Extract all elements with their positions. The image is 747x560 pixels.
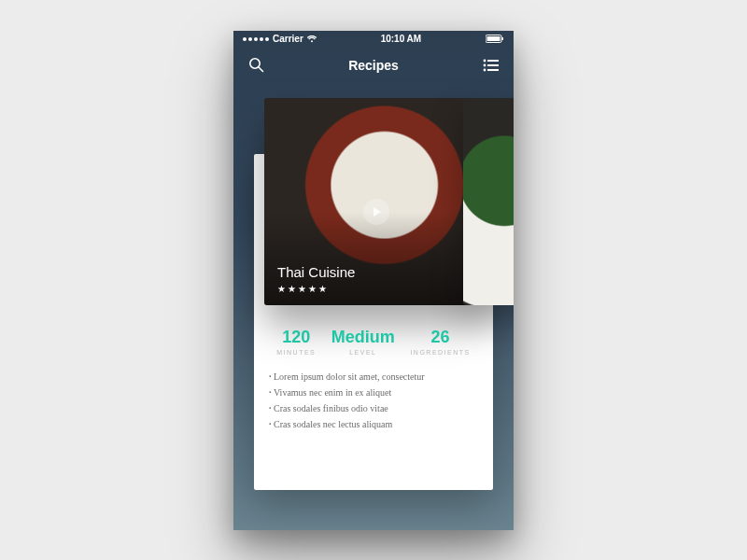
svg-rect-10 <box>487 69 499 71</box>
page-title: Recipes <box>348 58 399 73</box>
signal-dots-icon <box>243 37 269 41</box>
recipe-bullets: Lorem ipsum dolor sit amet, consectetur … <box>269 369 478 432</box>
recipe-next-card[interactable] <box>463 98 514 305</box>
svg-point-5 <box>484 59 486 62</box>
svg-line-4 <box>259 67 263 72</box>
rating-stars: ★ ★ ★ ★ ★ <box>277 284 355 294</box>
battery-icon <box>486 35 504 43</box>
stat-level: Medium LEVEL <box>331 328 395 356</box>
nav-bar: Recipes <box>233 48 514 83</box>
carrier-label: Carrier <box>273 34 303 44</box>
star-icon: ★ <box>277 284 286 294</box>
stats-row: 120 MINUTES Medium LEVEL 26 INGREDIENTS <box>269 328 478 356</box>
recipe-title: Thai Cuisine <box>277 264 355 280</box>
stat-ingredients: 26 INGREDIENTS <box>410 328 470 356</box>
bullet-item: Cras sodales nec lectus aliquam <box>269 416 478 432</box>
clock-label: 10:10 AM <box>381 34 422 44</box>
status-bar: Carrier 10:10 AM <box>233 31 514 48</box>
svg-rect-6 <box>487 60 499 62</box>
svg-rect-1 <box>486 36 500 41</box>
bullet-item: Lorem ipsum dolor sit amet, consectetur <box>269 369 478 385</box>
star-icon: ★ <box>318 284 327 294</box>
stat-minutes: 120 MINUTES <box>276 328 316 356</box>
list-icon[interactable] <box>482 56 500 75</box>
recipe-info: 120 MINUTES Medium LEVEL 26 INGREDIENTS … <box>254 315 493 432</box>
bullet-item: Cras sodales finibus odio vitae <box>269 400 478 416</box>
svg-point-7 <box>484 63 486 66</box>
stat-value: 120 <box>276 328 316 347</box>
search-icon[interactable] <box>247 56 265 75</box>
bullet-item: Vivamus nec enim in ex aliquet <box>269 385 478 400</box>
star-icon: ★ <box>308 284 317 294</box>
play-button[interactable] <box>363 199 389 225</box>
status-left: Carrier <box>243 34 317 44</box>
stat-label: LEVEL <box>331 349 395 356</box>
card-stack: Thai Cuisine ★ ★ ★ ★ ★ 120 MINUTES Mediu… <box>233 92 514 522</box>
stat-label: INGREDIENTS <box>410 349 470 356</box>
wifi-icon <box>307 35 317 43</box>
star-icon: ★ <box>288 284 296 294</box>
hero-text: Thai Cuisine ★ ★ ★ ★ ★ <box>277 264 355 294</box>
phone-frame: Carrier 10:10 AM Recipes <box>233 31 514 530</box>
svg-rect-8 <box>487 64 499 66</box>
stat-value: Medium <box>331 328 395 347</box>
stat-value: 26 <box>410 328 470 347</box>
star-icon: ★ <box>298 284 306 294</box>
svg-rect-2 <box>501 37 503 40</box>
svg-point-9 <box>484 68 486 71</box>
stat-label: MINUTES <box>276 349 316 356</box>
recipe-hero-card[interactable]: Thai Cuisine ★ ★ ★ ★ ★ <box>264 98 483 305</box>
